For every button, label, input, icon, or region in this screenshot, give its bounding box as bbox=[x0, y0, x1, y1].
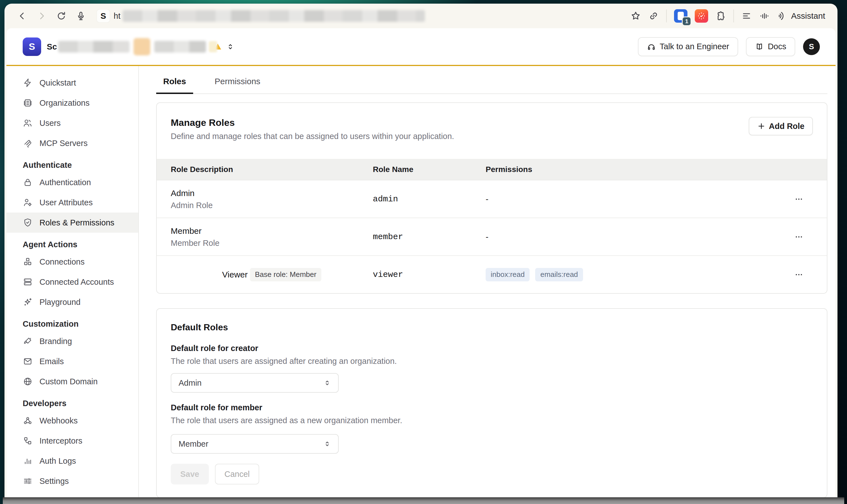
sidebar-item-connected-accounts[interactable]: Connected Accounts bbox=[6, 272, 138, 292]
sidebar-item-label: MCP Servers bbox=[39, 139, 88, 148]
stacked-rows-icon bbox=[23, 277, 33, 287]
sidebar-item-organizations[interactable]: Organizations bbox=[6, 93, 138, 113]
main-content: Roles Permissions Manage Roles Define an… bbox=[139, 66, 835, 504]
sidebar-item-branding[interactable]: Branding bbox=[6, 331, 138, 351]
sidebar-item-label: Authentication bbox=[39, 178, 91, 187]
copy-link-icon[interactable] bbox=[648, 11, 659, 21]
app-header: S Sc Talk to an Engineer Docs S bbox=[6, 28, 835, 66]
sidebar-item-interceptors[interactable]: Interceptors bbox=[6, 431, 138, 451]
creator-select-value: Admin bbox=[178, 378, 202, 388]
row-menu-button[interactable] bbox=[790, 228, 808, 246]
user-avatar[interactable]: S bbox=[803, 38, 820, 55]
sidebar-item-label: Branding bbox=[39, 337, 72, 346]
reader-list-icon[interactable] bbox=[741, 11, 752, 21]
sidebar-item-user-attributes[interactable]: User Attributes bbox=[6, 193, 138, 213]
default-role-creator-select[interactable]: Admin bbox=[171, 373, 339, 393]
chevron-up-down-icon bbox=[323, 379, 331, 387]
sidebar-item-mcp-servers[interactable]: MCP Servers bbox=[6, 133, 138, 153]
talk-button-label: Talk to an Engineer bbox=[660, 42, 729, 51]
shield-check-icon bbox=[23, 218, 33, 228]
creator-role-label: Default role for creator bbox=[171, 343, 813, 353]
extension-blue-icon[interactable]: 1 bbox=[674, 9, 688, 23]
ellipsis-icon bbox=[794, 194, 804, 204]
permissions-empty: - bbox=[486, 194, 771, 204]
scribble-icon bbox=[23, 138, 33, 148]
sidebar-item-roles-permissions[interactable]: Roles & Permissions bbox=[6, 213, 138, 233]
sidebar-item-settings[interactable]: Settings bbox=[6, 471, 138, 491]
bookmark-star-icon[interactable] bbox=[630, 11, 641, 21]
sidebar-item-emails[interactable]: Emails bbox=[6, 351, 138, 372]
microphone-icon[interactable] bbox=[75, 11, 86, 21]
column-permissions: Permissions bbox=[486, 165, 771, 174]
manage-roles-description: Define and manage roles that can be assi… bbox=[171, 131, 813, 141]
sidebar-item-label: Settings bbox=[39, 476, 69, 486]
sidebar-item-custom-domain[interactable]: Custom Domain bbox=[6, 372, 138, 392]
sidebar-item-quickstart[interactable]: Quickstart bbox=[6, 73, 138, 93]
webhook-icon bbox=[23, 416, 33, 426]
role-subtitle: Admin Role bbox=[171, 200, 373, 210]
chevron-up-down-icon bbox=[226, 42, 235, 51]
toolbar-separator bbox=[733, 10, 734, 22]
role-name-value: admin bbox=[373, 194, 486, 204]
extension-clock-icon[interactable] bbox=[695, 9, 708, 23]
default-role-member-select[interactable]: Member bbox=[171, 434, 339, 454]
permission-badge: inbox:read bbox=[486, 268, 530, 281]
redacted-workspace-text bbox=[58, 41, 129, 53]
interceptor-icon bbox=[23, 436, 33, 446]
sidebar-item-authentication[interactable]: Authentication bbox=[6, 172, 138, 193]
workspace-switcher[interactable]: Sc bbox=[47, 38, 235, 55]
role-name-value: viewer bbox=[373, 270, 486, 280]
sidebar-item-webhooks[interactable]: Webhooks bbox=[6, 411, 138, 431]
window-bottom-edge bbox=[3, 497, 844, 504]
headphones-icon bbox=[647, 42, 656, 51]
docs-button[interactable]: Docs bbox=[746, 37, 795, 56]
manage-roles-header: Manage Roles Define and manage roles tha… bbox=[157, 103, 827, 159]
permission-badge: emails:read bbox=[535, 268, 583, 281]
sidebar-item-label: Auth Logs bbox=[39, 456, 76, 466]
building-icon bbox=[23, 98, 33, 108]
sidebar-item-playground[interactable]: Playground bbox=[6, 292, 138, 312]
sidebar-item-label: Organizations bbox=[39, 98, 90, 108]
lock-icon bbox=[23, 177, 33, 187]
add-role-button[interactable]: Add Role bbox=[749, 117, 813, 136]
base-role-badge: Base role: Member bbox=[250, 268, 322, 281]
tab-roles[interactable]: Roles bbox=[156, 77, 193, 93]
browser-toolbar: S ht 1 Assistant bbox=[4, 4, 837, 28]
clock-dial-glyph bbox=[697, 11, 706, 21]
default-roles-title: Default Roles bbox=[171, 322, 813, 332]
reload-icon[interactable] bbox=[56, 11, 67, 21]
workspace-name: Sc bbox=[47, 42, 57, 52]
add-role-label: Add Role bbox=[769, 122, 805, 131]
sidebar-item-users[interactable]: Users bbox=[6, 113, 138, 133]
voice-waveform-icon[interactable] bbox=[759, 11, 770, 21]
app-logo[interactable]: S bbox=[23, 37, 41, 56]
row-menu-button[interactable] bbox=[790, 266, 808, 284]
users-icon bbox=[23, 118, 33, 128]
table-row-member: Member Member Role member - bbox=[157, 218, 827, 255]
globe-icon bbox=[23, 376, 33, 386]
toolbar-separator bbox=[666, 10, 667, 22]
sidebar-item-label: Users bbox=[39, 119, 61, 128]
table-row-viewer: Viewer Base role: Member viewer inbox:re… bbox=[157, 255, 827, 293]
forward-icon[interactable] bbox=[36, 11, 47, 21]
member-role-label: Default role for member bbox=[171, 403, 813, 412]
back-icon[interactable] bbox=[17, 11, 28, 21]
talk-to-engineer-button[interactable]: Talk to an Engineer bbox=[638, 37, 738, 56]
app-page: S Sc Talk to an Engineer Docs S bbox=[6, 28, 835, 504]
sidebar-item-connections[interactable]: Connections bbox=[6, 252, 138, 272]
extensions-puzzle-icon[interactable] bbox=[715, 11, 726, 21]
save-button[interactable]: Save bbox=[171, 464, 209, 484]
sidebar-section-agent-actions: Agent Actions bbox=[6, 237, 138, 252]
assistant-icon bbox=[777, 11, 788, 21]
url-bar[interactable]: S ht bbox=[97, 10, 425, 22]
cancel-button[interactable]: Cancel bbox=[215, 464, 259, 484]
role-name-value: member bbox=[373, 232, 486, 242]
row-menu-button[interactable] bbox=[790, 190, 808, 208]
plus-icon bbox=[757, 122, 765, 130]
book-icon bbox=[755, 42, 764, 51]
roles-table-header: Role Description Role Name Permissions bbox=[157, 159, 827, 180]
assistant-button[interactable]: Assistant bbox=[777, 11, 825, 21]
tab-permissions[interactable]: Permissions bbox=[208, 77, 267, 93]
sidebar-item-auth-logs[interactable]: Auth Logs bbox=[6, 451, 138, 471]
redacted-url bbox=[123, 10, 425, 22]
